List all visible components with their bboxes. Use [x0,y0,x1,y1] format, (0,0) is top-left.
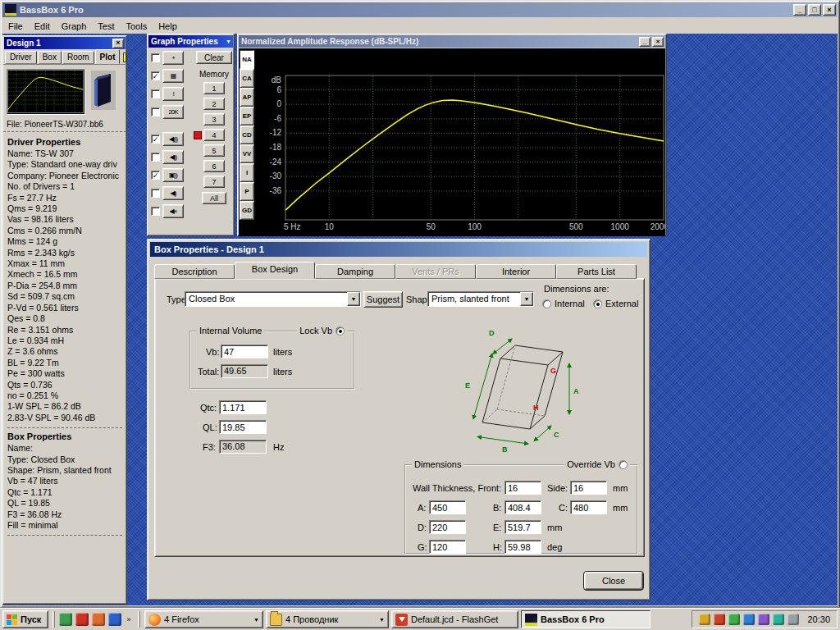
dim-d-input[interactable] [429,520,466,534]
dialog-tab[interactable]: Parts List [556,264,637,279]
tray-icon-2[interactable] [714,614,725,625]
plot-option-checkbox[interactable] [151,53,160,62]
dialog-titlebar[interactable]: Box Properties - Design 1 [150,242,647,257]
speaker-box-icon[interactable]: ▣)) [162,168,184,182]
grid-icon[interactable]: ▦ [162,69,184,83]
chevron-down-icon[interactable]: ▼ [226,39,231,44]
box-type-select[interactable]: Closed Box ▼ [185,291,361,307]
memory-button[interactable]: 4 [203,129,225,141]
graph-type-button[interactable]: NA [240,50,254,69]
speaker-loud-icon[interactable]: ◀))) [162,132,184,146]
memory-button[interactable]: 7 [203,176,225,188]
app-titlebar[interactable]: BassBox 6 Pro _ □ × [2,2,838,17]
plot-option-checkbox[interactable] [151,171,160,180]
enclosure-thumbnail-icon[interactable] [91,71,116,110]
wall-side-input[interactable] [570,481,607,495]
chevron-down-icon[interactable]: ▼ [347,292,360,306]
menu-item[interactable]: Help [153,20,183,33]
override-vb-radio[interactable]: Override Vb [564,459,630,469]
memory-button[interactable]: 3 [203,113,225,126]
tray-icon-7[interactable] [788,614,799,625]
internal-radio[interactable]: Internal [542,299,585,308]
clear-button[interactable]: Clear [196,51,232,64]
graph-type-button[interactable]: EP [240,107,254,126]
quicklaunch-icon-2[interactable] [75,613,89,626]
external-radio[interactable]: External [593,299,638,308]
quicklaunch-icon-1[interactable] [59,613,72,626]
memory-button[interactable]: 2 [203,98,225,110]
graph-type-button[interactable]: P [240,182,254,201]
wall-front-input[interactable] [504,481,541,495]
bandwidth-20k-icon[interactable]: 20K [162,105,184,119]
plot-option-checkbox[interactable] [151,71,160,80]
dialog-tab[interactable]: Damping [315,264,395,279]
close-icon[interactable]: × [652,37,664,47]
tray-icon-3[interactable] [728,614,740,625]
graph-type-button[interactable]: VV [240,144,254,163]
dim-g-input[interactable] [429,540,466,554]
menu-item[interactable]: Test [92,20,120,33]
plot-option-checkbox[interactable] [151,89,160,98]
memory-button[interactable]: 6 [203,160,225,172]
menu-item[interactable]: File [2,20,29,33]
graph-type-button[interactable]: I [240,163,254,182]
restore-icon[interactable]: □ [808,4,821,16]
chevron-down-icon[interactable]: ▼ [520,292,533,306]
design-tab[interactable]: Box [38,51,62,64]
dialog-tab[interactable]: Description [154,264,235,279]
crosshair-icon[interactable]: + [162,51,184,65]
dim-e-input[interactable] [504,520,541,534]
menu-item[interactable]: Edit [29,20,56,33]
plot-color-swatch[interactable] [123,52,126,62]
task-button-flashget[interactable]: Default.jcd - FlashGet [391,610,518,628]
ql-input[interactable] [219,420,267,434]
plot-option-checkbox[interactable] [151,207,160,216]
close-icon[interactable]: × [112,39,124,48]
close-button[interactable]: Close [584,572,643,590]
plot-option-checkbox[interactable] [151,107,160,116]
minimize-icon[interactable]: _ [793,4,806,16]
memory-button[interactable]: 5 [203,144,225,157]
tray-icon-1[interactable] [699,614,710,625]
minimize-icon[interactable]: _ [639,37,651,47]
speaker-medium-icon[interactable]: ◀)) [162,150,184,164]
suggest-button[interactable]: Suggest [363,291,403,308]
graph-window-titlebar[interactable]: Normalized Amplitude Response (dB-SPL/Hz… [239,35,665,48]
design-tab[interactable]: Driver [5,51,37,64]
dialog-tab[interactable]: Box Design [235,262,315,279]
close-icon[interactable]: × [823,4,836,16]
graph-properties-titlebar[interactable]: Graph Properties ▼ [148,35,233,48]
design-tab[interactable]: Room [62,51,94,64]
task-button-bassbox[interactable]: BassBox 6 Pro [521,610,651,628]
speaker-small-icon[interactable]: ◀) [162,186,184,200]
plot-option-checkbox[interactable] [151,135,160,144]
vb-input[interactable] [221,345,268,358]
taskbar-clock[interactable]: 20:30 [807,614,830,624]
tray-icon-6[interactable] [773,614,784,625]
vertical-scale-icon[interactable]: ↕ [162,87,184,101]
design-panel-titlebar[interactable]: Design 1 × [4,37,126,49]
start-button[interactable]: Пуск [2,610,48,628]
menu-item[interactable]: Graph [56,20,93,33]
overflow-chevron-icon[interactable]: » [124,612,134,627]
memory-all-button[interactable]: All [202,192,226,204]
memory-button[interactable]: 1 [203,82,225,94]
box-shape-select[interactable]: Prism, slanted front ▼ [427,291,534,307]
dim-h-input[interactable] [504,540,541,554]
quicklaunch-icon-4[interactable] [108,613,121,626]
graph-type-button[interactable]: GD [240,201,254,220]
design-tab[interactable]: Plot [95,49,121,64]
task-button-explorer[interactable]: 4 Проводник ▼ [266,610,389,628]
dim-b-input[interactable] [504,500,541,514]
graph-type-button[interactable]: AP [240,88,254,107]
dialog-tab[interactable]: Vents / PRs [395,264,476,279]
quicklaunch-icon-3[interactable] [92,613,105,626]
graph-type-button[interactable]: CA [240,69,254,88]
speaker-mute-icon[interactable]: ◀× [162,204,184,218]
qtc-input[interactable] [219,400,267,414]
dim-a-input[interactable] [429,500,466,514]
graph-type-button[interactable]: CD [240,126,254,144]
task-button-firefox[interactable]: 4 Firefox ▼ [144,610,263,628]
plot-option-checkbox[interactable] [151,189,160,198]
lock-vb-radio[interactable]: Lock Vb [297,326,347,336]
